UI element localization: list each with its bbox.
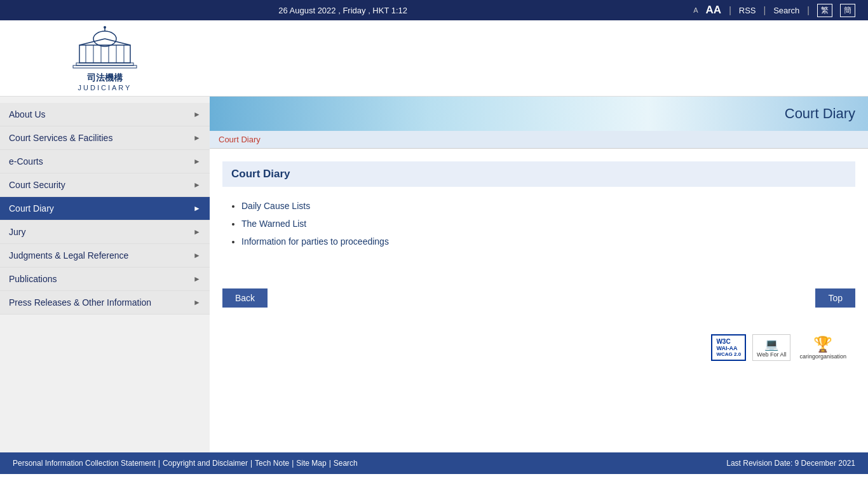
last-revision: Last Revision Date: 9 December 2021 (726, 459, 855, 468)
svg-point-3 (104, 26, 106, 29)
logo-area: 司法機構 JUDICIARY (0, 18, 210, 98)
sidebar-item-about-us[interactable]: About Us► (0, 103, 210, 126)
footer-link-tech-note[interactable]: Tech Note (255, 459, 289, 468)
section-title: Court Diary (222, 161, 855, 187)
header: 司法機構 JUDICIARY (0, 20, 868, 97)
footer-separator: | (158, 459, 160, 468)
back-button[interactable]: Back (222, 288, 268, 308)
sidebar-label: About Us (9, 109, 46, 119)
footer-separator: | (292, 459, 294, 468)
content-area: Court Diary Court Diary Court Diary Dail… (210, 97, 868, 452)
sidebar-label: Jury (9, 227, 25, 237)
sidebar-label: Court Security (9, 180, 65, 190)
footer-link-privacy[interactable]: Personal Information Collection Statemen… (13, 459, 156, 468)
main-wrapper: About Us►Court Services & Facilities►e-C… (0, 97, 868, 452)
sidebar-arrow: ► (193, 251, 201, 260)
separator-2: | (764, 5, 766, 15)
font-small[interactable]: A (693, 6, 698, 14)
sidebar-item-judgments[interactable]: Judgments & Legal Reference► (0, 244, 210, 268)
sidebar-arrow: ► (193, 204, 201, 213)
badges-area: W3C WAI-AA WCAG 2.0 💻 Web For All 🏆 cari… (210, 320, 868, 375)
logo-svg (67, 25, 143, 72)
list-link-information-parties[interactable]: Information for parties to proceedings (241, 236, 389, 247)
footer-link-search[interactable]: Search (334, 459, 358, 468)
sidebar-arrow: ► (193, 274, 201, 283)
footer: Personal Information Collection Statemen… (0, 452, 868, 474)
web-for-all-text: Web For All (757, 351, 786, 358)
rss-link[interactable]: RSS (739, 6, 756, 15)
footer-link-sitemap[interactable]: Site Map (296, 459, 326, 468)
footer-separator: | (250, 459, 252, 468)
top-button[interactable]: Top (815, 288, 855, 308)
list-item-daily-cause-lists: Daily Cause Lists (241, 197, 855, 215)
footer-separator: | (329, 459, 331, 468)
separator-1: | (729, 5, 731, 15)
search-link[interactable]: Search (773, 6, 799, 15)
sidebar-label: Court Services & Facilities (9, 133, 112, 143)
breadcrumb: Court Diary (210, 131, 868, 149)
web-for-all-badge: 💻 Web For All (752, 334, 790, 361)
list-link-daily-cause-lists[interactable]: Daily Cause Lists (241, 201, 310, 211)
top-bar: 26 August 2022 , Friday , HKT 1:12 A AA … (0, 0, 868, 20)
footer-link-copyright[interactable]: Copyright and Disclaimer (163, 459, 248, 468)
logo-chinese-text: 司法機構 (87, 72, 123, 84)
caring-org-text: caringorganisation (799, 353, 846, 360)
list-item-information-parties: Information for parties to proceedings (241, 233, 855, 250)
sidebar-label: Press Releases & Other Information (9, 297, 151, 308)
sidebar-arrow: ► (193, 227, 201, 236)
logo-english-text: JUDICIARY (78, 84, 132, 92)
separator-3: | (807, 5, 810, 15)
sidebar-item-court-services[interactable]: Court Services & Facilities► (0, 126, 210, 150)
judiciary-logo[interactable]: 司法機構 JUDICIARY (67, 25, 143, 92)
page-title: Court Diary (785, 105, 855, 121)
list-link-warned-list[interactable]: The Warned List (241, 219, 306, 229)
content-list: Daily Cause ListsThe Warned ListInformat… (222, 197, 855, 250)
sidebar-item-publications[interactable]: Publications► (0, 268, 210, 291)
sidebar: About Us►Court Services & Facilities►e-C… (0, 97, 210, 452)
sidebar-label: Publications (9, 274, 57, 284)
page-title-bar: Court Diary (210, 97, 868, 131)
sidebar-item-jury[interactable]: Jury► (0, 220, 210, 244)
datetime: 26 August 2022 , Friday , HKT 1:12 (0, 6, 686, 15)
nav-buttons: Back Top (210, 276, 868, 320)
sidebar-item-court-security[interactable]: Court Security► (0, 173, 210, 197)
lang-trad-button[interactable]: 繁 (817, 4, 832, 17)
sidebar-arrow: ► (193, 298, 201, 307)
content-body: Court Diary Daily Cause ListsThe Warned … (210, 149, 868, 263)
sidebar-item-e-courts[interactable]: e-Courts► (0, 150, 210, 173)
sidebar-arrow: ► (193, 110, 201, 119)
font-large[interactable]: AA (706, 4, 722, 17)
breadcrumb-text: Court Diary (219, 135, 261, 144)
caring-org-badge: 🏆 caringorganisation (797, 333, 849, 362)
sidebar-label: Judgments & Legal Reference (9, 250, 128, 261)
lang-simp-button[interactable]: 簡 (840, 4, 855, 17)
sidebar-item-court-diary[interactable]: Court Diary► (0, 197, 210, 220)
sidebar-arrow: ► (193, 133, 201, 142)
sidebar-arrow: ► (193, 157, 201, 166)
wai-badge: W3C WAI-AA WCAG 2.0 (711, 334, 746, 361)
sidebar-item-press-releases[interactable]: Press Releases & Other Information► (0, 291, 210, 315)
list-item-warned-list: The Warned List (241, 215, 855, 233)
sidebar-label: Court Diary (9, 203, 54, 214)
sidebar-arrow: ► (193, 180, 201, 189)
sidebar-label: e-Courts (9, 156, 43, 166)
footer-links: Personal Information Collection Statemen… (13, 459, 358, 468)
